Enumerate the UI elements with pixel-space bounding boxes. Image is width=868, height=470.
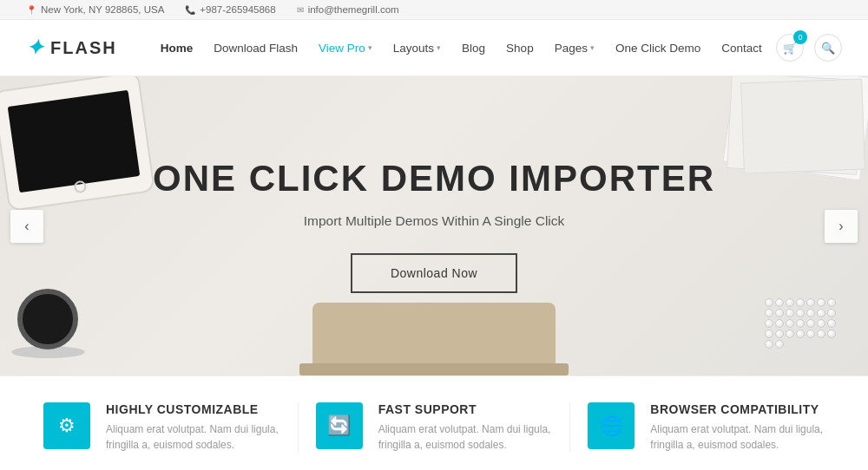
chevron-right-icon: › [838, 219, 843, 234]
pearl [817, 319, 825, 328]
nav-link-shop[interactable]: Shop [497, 35, 542, 62]
feature-item-support: 🔄 FAST SUPPORT Aliquam erat volutpat. Na… [298, 402, 570, 453]
search-button[interactable]: 🔍 [814, 34, 842, 62]
location-item: 📍 New York, NY 928865, USA [26, 4, 164, 15]
gear-icon: ⚙ [58, 415, 76, 437]
hero-section: ONE CLICK DEMO IMPORTER Import Multiple … [0, 76, 868, 375]
pearl [786, 298, 794, 307]
pearl [775, 340, 784, 349]
email-item: ✉ info@themegrill.com [297, 4, 399, 15]
logo[interactable]: ✦ FLASH [26, 36, 117, 60]
location-icon: 📍 [26, 5, 36, 15]
feature-title-support: FAST SUPPORT [378, 402, 553, 416]
laptop-base [299, 363, 569, 375]
feature-text-customizable: HIGHLY CUSTOMIZABLE Aliquam erat volutpa… [106, 402, 280, 453]
nav-link-home[interactable]: Home [152, 35, 202, 62]
pearl [796, 319, 805, 328]
hero-coffee-decoration [17, 289, 85, 358]
coffee-cup [17, 289, 78, 349]
feature-text-browser: BROWSER COMPATIBILITY Aliquam erat volut… [650, 402, 825, 453]
phone-icon: 📞 [185, 5, 195, 15]
pearl [765, 319, 773, 328]
pearl [796, 298, 805, 307]
nav-item-layouts[interactable]: Layouts ▾ [385, 35, 450, 62]
pearl [786, 319, 794, 328]
slider-next-button[interactable]: › [825, 210, 858, 243]
pearl [786, 330, 794, 338]
pearl [796, 309, 805, 317]
pearl [775, 309, 784, 317]
feature-desc-customizable: Aliquam erat volutpat. Nam dui ligula, f… [106, 421, 280, 453]
pearl [765, 298, 773, 307]
nav-item-pages[interactable]: Pages ▾ [546, 35, 603, 62]
search-icon: 🔍 [821, 42, 835, 55]
feature-item-customizable: ⚙ HIGHLY CUSTOMIZABLE Aliquam erat volut… [26, 402, 298, 453]
chevron-down-icon: ▾ [368, 43, 372, 52]
feature-item-browser: 🌐 BROWSER COMPATIBILITY Aliquam erat vol… [569, 402, 842, 453]
feature-icon-browser: 🌐 [588, 402, 635, 449]
chevron-down-icon: ▾ [437, 43, 441, 52]
nav-item-viewpro[interactable]: View Pro ▾ [310, 35, 381, 62]
hero-laptop-decoration [295, 303, 573, 375]
nav-item-oneclickdemo[interactable]: One Click Demo [607, 35, 709, 62]
pearl [806, 319, 815, 328]
email-icon: ✉ [297, 5, 304, 15]
feature-icon-customizable: ⚙ [43, 402, 90, 449]
email-text: info@themegrill.com [308, 4, 399, 15]
feature-title-browser: BROWSER COMPATIBILITY [650, 402, 825, 416]
pearl [765, 309, 773, 317]
pearl [817, 298, 825, 307]
nav-item-download[interactable]: Download Flash [205, 35, 306, 62]
pearl [817, 309, 825, 317]
slider-prev-button[interactable]: ‹ [10, 210, 43, 243]
nav-link-viewpro[interactable]: View Pro ▾ [310, 35, 381, 62]
pearl [827, 319, 836, 328]
pearl [775, 319, 784, 328]
pearl-row [764, 297, 842, 349]
pearl [775, 298, 784, 307]
pearl [817, 330, 825, 338]
pearl [806, 330, 815, 338]
location-text: New York, NY 928865, USA [41, 4, 164, 15]
pearl [775, 330, 784, 338]
hero-title: ONE CLICK DEMO IMPORTER [153, 159, 715, 199]
nav-item-shop[interactable]: Shop [497, 35, 542, 62]
nav-item-blog[interactable]: Blog [453, 35, 494, 62]
nav-link-layouts[interactable]: Layouts ▾ [385, 35, 450, 62]
nav-link-blog[interactable]: Blog [453, 35, 494, 62]
download-now-button[interactable]: Download Now [351, 253, 517, 293]
feature-bar: ⚙ HIGHLY CUSTOMIZABLE Aliquam erat volut… [0, 375, 868, 470]
nav-item-home[interactable]: Home [152, 35, 202, 62]
pearl [827, 298, 836, 307]
pearl [796, 330, 805, 338]
hero-content: ONE CLICK DEMO IMPORTER Import Multiple … [83, 159, 785, 292]
nav-link-contact[interactable]: Contact [713, 35, 771, 62]
logo-text: FLASH [50, 38, 117, 58]
feature-icon-support: 🔄 [316, 402, 363, 449]
nav-links: Home Download Flash View Pro ▾ Layouts ▾… [152, 35, 776, 62]
pearl [827, 309, 836, 317]
pearl [786, 309, 794, 317]
cart-button[interactable]: 🛒 0 [776, 34, 804, 62]
nav-link-download[interactable]: Download Flash [205, 35, 306, 62]
cart-icon: 🛒 [783, 42, 797, 55]
cart-badge: 0 [793, 30, 807, 44]
phone-item: 📞 +987-265945868 [185, 4, 275, 15]
pearl [765, 330, 773, 338]
feature-text-support: FAST SUPPORT Aliquam erat volutpat. Nam … [378, 402, 553, 453]
top-bar: 📍 New York, NY 928865, USA 📞 +987-265945… [0, 0, 868, 20]
pearl [765, 340, 773, 349]
hero-subtitle: Import Multiple Demos Within A Single Cl… [153, 213, 715, 229]
hero-pearls-decoration [764, 297, 842, 349]
pearl [806, 309, 815, 317]
chevron-left-icon: ‹ [24, 219, 29, 234]
nav-link-pages[interactable]: Pages ▾ [546, 35, 603, 62]
pearl [827, 330, 836, 338]
nav-link-oneclickdemo[interactable]: One Click Demo [607, 35, 709, 62]
nav-item-contact[interactable]: Contact [713, 35, 771, 62]
feature-desc-support: Aliquam erat volutpat. Nam dui ligula, f… [378, 421, 553, 453]
feature-title-customizable: HIGHLY CUSTOMIZABLE [106, 402, 280, 416]
navbar: ✦ FLASH Home Download Flash View Pro ▾ L… [0, 20, 868, 76]
pearl [806, 298, 815, 307]
feature-desc-browser: Aliquam erat volutpat. Nam dui ligula, f… [650, 421, 825, 453]
